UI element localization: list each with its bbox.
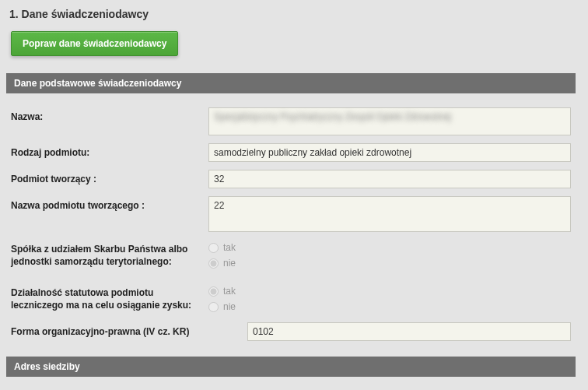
statutory-profit-no-option[interactable]: nie (208, 299, 571, 314)
treasury-share-no-option[interactable]: nie (208, 255, 571, 271)
row-founding-entity: Podmiot tworzący : 32 (11, 170, 571, 188)
founding-entity-field[interactable]: 32 (208, 170, 571, 188)
legal-form-field[interactable]: 0102 (247, 322, 571, 341)
label-legal-form: Forma organizacyjno-prawna (IV cz. KR) (11, 322, 247, 338)
basic-data-header: Dane podstawowe świadczeniodawcy (6, 73, 576, 93)
treasury-share-no-radio[interactable] (208, 258, 219, 269)
founding-entity-name-field[interactable]: 22 (208, 196, 571, 232)
name-field[interactable]: Specjalistyczny Psychiatryczny Zespół Op… (208, 107, 571, 135)
treasury-share-yes-label: tak (223, 242, 236, 253)
row-legal-form: Forma organizacyjno-prawna (IV cz. KR) 0… (11, 322, 571, 341)
row-name: Nazwa: Specjalistyczny Psychiatryczny Ze… (11, 107, 571, 135)
page-content: 1. Dane świadczeniodawcy Popraw dane świ… (0, 0, 588, 390)
statutory-profit-yes-option[interactable]: tak (208, 283, 571, 299)
statutory-profit-yes-label: tak (223, 286, 236, 297)
label-founding-entity-name: Nazwa podmiotu tworzącego : (11, 196, 208, 212)
statutory-profit-no-radio[interactable] (208, 302, 219, 312)
basic-data-form: Nazwa: Specjalistyczny Psychiatryczny Ze… (6, 107, 576, 357)
page-title: 1. Dane świadczeniodawcy (9, 8, 576, 20)
address-header: Adres siedziby (6, 357, 576, 377)
row-entity-type: Rodzaj podmiotu: samodzielny publiczny z… (11, 143, 571, 162)
statutory-profit-no-label: nie (223, 301, 236, 312)
label-statutory-profit: Działalność statutowa podmiotu lecznicze… (11, 283, 208, 311)
correct-provider-data-button[interactable]: Popraw dane świadczeniodawcy (11, 31, 178, 56)
entity-type-field[interactable]: samodzielny publiczny zakład opieki zdro… (208, 143, 571, 162)
row-founding-entity-name: Nazwa podmiotu tworzącego : 22 (11, 196, 571, 232)
label-entity-type: Rodzaj podmiotu: (11, 143, 208, 159)
treasury-share-no-label: nie (223, 258, 236, 269)
treasury-share-yes-radio[interactable] (208, 243, 219, 253)
label-treasury-share: Spółka z udziałem Skarbu Państwa albo je… (11, 240, 208, 268)
treasury-share-radio-group: tak nie (208, 240, 571, 271)
row-statutory-profit: Działalność statutowa podmiotu lecznicze… (11, 283, 571, 314)
row-treasury-share: Spółka z udziałem Skarbu Państwa albo je… (11, 240, 571, 271)
label-name: Nazwa: (11, 107, 208, 123)
statutory-profit-yes-radio[interactable] (208, 286, 219, 297)
main-scroll-viewport[interactable]: 1. Dane świadczeniodawcy Popraw dane świ… (0, 0, 588, 390)
treasury-share-yes-option[interactable]: tak (208, 240, 571, 255)
label-founding-entity: Podmiot tworzący : (11, 170, 208, 185)
statutory-profit-radio-group: tak nie (208, 283, 571, 314)
